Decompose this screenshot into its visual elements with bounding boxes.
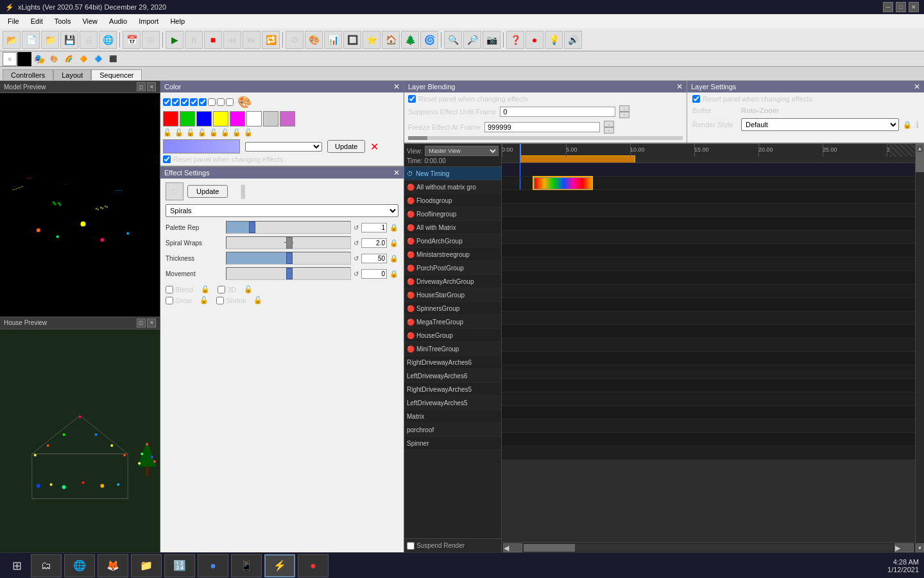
taskbar-explorer[interactable]: 🗂 [31, 554, 62, 577]
color-swatch-white[interactable] [246, 111, 262, 127]
help-btn[interactable]: ❓ [506, 31, 524, 49]
minimize-button[interactable]: ─ [883, 2, 893, 12]
shrink-checkbox[interactable] [216, 297, 224, 304]
blend-lock[interactable]: 🔓 [201, 285, 210, 293]
color-swatch-blue[interactable] [196, 111, 212, 127]
menu-edit[interactable]: Edit [26, 16, 48, 26]
scroll-left-btn[interactable]: ◀ [503, 543, 522, 552]
stop-btn[interactable]: ■ [204, 31, 222, 49]
list-item[interactable]: 🔴 Rooflinegroup [404, 207, 501, 221]
tb2-c1[interactable]: 🎭 [32, 52, 46, 66]
movement-handle[interactable] [286, 268, 293, 279]
color-swatch-purple[interactable] [280, 111, 295, 127]
timeline-row[interactable] [502, 258, 915, 271]
tb2-c4[interactable]: 🔶 [76, 52, 90, 66]
house-preview-close[interactable]: ✕ [147, 319, 156, 328]
list-item[interactable]: 🔴 PorchPostGroup [404, 261, 501, 275]
timeline-row[interactable] [502, 285, 915, 298]
effect-update-button[interactable]: Update [187, 185, 228, 198]
palette-rep-handle[interactable] [249, 222, 255, 233]
color-check-5[interactable] [199, 98, 207, 106]
color-check-7[interactable] [217, 98, 225, 106]
taskbar-files[interactable]: 📁 [131, 554, 162, 577]
color-swatch-yellow[interactable] [213, 111, 228, 127]
thickness-lock[interactable]: 🔒 [389, 254, 398, 263]
timeline-row[interactable] [502, 446, 915, 460]
movement-slider[interactable] [226, 267, 351, 280]
home-btn[interactable]: 🏠 [382, 31, 400, 49]
taskbar-edge[interactable]: 🌐 [64, 554, 95, 577]
suppress-input[interactable]: 0 [500, 107, 615, 117]
timeline-row[interactable] [502, 271, 915, 285]
timeline-row[interactable] [502, 204, 915, 217]
taskbar-xlights[interactable]: ⚡ [264, 554, 295, 577]
list-item[interactable]: Matrix [404, 410, 501, 423]
menu-tools[interactable]: Tools [49, 16, 76, 26]
palette-rep-reset-icon[interactable]: ↺ [354, 224, 359, 231]
layer-settings-reset-check[interactable] [692, 95, 700, 103]
lock-icon-2[interactable]: 🔓 [175, 128, 184, 137]
channels-btn[interactable]: 📊 [324, 31, 342, 49]
scroll-thumb[interactable] [524, 544, 575, 552]
vscroll-track[interactable] [916, 153, 924, 543]
effect-color-strips-icon[interactable]: ▐ [232, 182, 250, 200]
render-style-info-icon[interactable]: ℹ [916, 119, 919, 130]
list-item[interactable]: RightDrivewayArches5 [404, 383, 501, 396]
grow-checkbox[interactable] [166, 297, 173, 304]
timeline-row[interactable] [502, 325, 915, 338]
scroll-down-btn[interactable]: ▼ [916, 543, 924, 552]
tree-btn[interactable]: 🌲 [401, 31, 419, 49]
movement-reset-icon[interactable]: ↺ [354, 270, 359, 277]
color-swatch-red[interactable] [163, 111, 178, 127]
layer-blend-scroll[interactable] [408, 136, 683, 140]
list-item[interactable]: 🔴 PondArchGroup [404, 234, 501, 248]
gradient-preview[interactable] [163, 139, 240, 153]
taskbar-chrome[interactable]: ● [198, 554, 228, 577]
list-item[interactable]: 🔴 MegaTreeGroup [404, 315, 501, 329]
fan-btn[interactable]: 🌀 [420, 31, 438, 49]
search-btn[interactable]: 🔍 [444, 31, 462, 49]
render-btn[interactable]: 🌐 [99, 31, 117, 49]
freeze-up[interactable]: ▲ [604, 121, 614, 127]
tab-layout[interactable]: Layout [53, 69, 91, 80]
suspend-render-checkbox[interactable] [407, 542, 415, 550]
maximize-button[interactable]: □ [896, 2, 906, 12]
scroll-right-btn[interactable]: ▶ [894, 543, 914, 552]
colors-btn[interactable]: 🎨 [305, 31, 323, 49]
tb2-white[interactable]: ■ [3, 52, 17, 66]
timeline-row[interactable] [502, 231, 915, 244]
menu-import[interactable]: Import [133, 16, 164, 26]
color-check-2[interactable] [172, 98, 180, 106]
taskbar-app3[interactable]: ● [298, 554, 329, 577]
movement-input[interactable]: 0 [361, 269, 387, 279]
timeline-row[interactable] [502, 244, 915, 258]
color-panel-close[interactable]: ✕ [393, 82, 400, 91]
lock-icon-1[interactable]: 🔓 [163, 128, 172, 137]
color-swatch-magenta[interactable] [230, 111, 245, 127]
render-style-select[interactable]: Default [741, 118, 899, 131]
list-item[interactable]: 🔴 HouseStarGroup [404, 288, 501, 302]
list-item[interactable]: LeftDrivewayArches6 [404, 369, 501, 383]
lock-icon-8[interactable]: 🔓 [244, 128, 253, 137]
list-item[interactable]: 🔴 HouseGroup [404, 329, 501, 342]
vertical-scrollbar[interactable]: ▲ ▼ [915, 144, 924, 552]
suppress-down[interactable]: ▼ [619, 112, 629, 118]
timeline-row[interactable] [502, 392, 915, 406]
list-item[interactable]: 🔴 Floodsgroup [404, 194, 501, 207]
color-palette-icon[interactable]: 🎨 [237, 95, 252, 109]
color-check-3[interactable] [181, 98, 189, 106]
timeline-timing-row[interactable] [502, 163, 915, 177]
freeze-down[interactable]: ▼ [604, 127, 614, 134]
zoom-btn[interactable]: 🔎 [463, 31, 481, 49]
effect-3d-cube-icon[interactable]: ⬡ [166, 182, 184, 200]
start-button[interactable]: ⊞ [5, 554, 28, 577]
light-btn[interactable]: 💡 [545, 31, 563, 49]
palette-rep-lock[interactable]: 🔒 [389, 223, 398, 232]
lock-icon-6[interactable]: 🔓 [221, 128, 230, 137]
timeline-row[interactable] [502, 352, 915, 365]
lock-icon-5[interactable]: 🔓 [209, 128, 218, 137]
layer-blend-close[interactable]: ✕ [676, 82, 683, 91]
movement-lock[interactable]: 🔒 [389, 270, 398, 278]
pause-btn[interactable]: ⏸ [185, 31, 203, 49]
color-check-1[interactable] [163, 98, 171, 106]
